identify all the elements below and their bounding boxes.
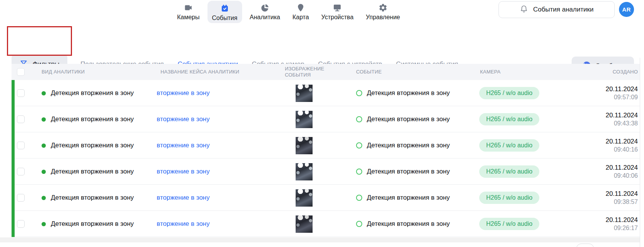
created-date: 20.11.2024 <box>547 164 638 172</box>
nav-label: События <box>212 15 238 22</box>
horizontal-scrollbar[interactable] <box>0 237 640 242</box>
event-thumbnail[interactable] <box>296 163 313 180</box>
table-body: Детекция вторжения в зону вторжение в зо… <box>12 80 640 237</box>
analytics-type-label: Детекция вторжения в зону <box>51 168 134 175</box>
camera-badge[interactable]: H265 / w/o audio <box>479 218 539 230</box>
analytics-events-table: ВИД АНАЛИТИКИ НАЗВАНИЕ КЕЙСА АНАЛИТИКИ И… <box>12 64 640 237</box>
event-status-ring <box>356 116 362 122</box>
analytics-type-status-dot <box>42 196 46 200</box>
column-header-analytics-type: ВИД АНАЛИТИКИ <box>38 69 157 75</box>
nav-label: Устройства <box>321 14 354 21</box>
nav-item-map[interactable]: Карта <box>288 0 314 21</box>
case-name-link[interactable]: вторжение в зону <box>157 168 210 175</box>
analytics-type-label: Детекция вторжения в зону <box>51 115 134 123</box>
column-header-case-name: НАЗВАНИЕ КЕЙСА АНАЛИТИКИ <box>157 69 271 75</box>
table-row[interactable]: Детекция вторжения в зону вторжение в зо… <box>12 185 640 211</box>
table-row[interactable]: Детекция вторжения в зону вторжение в зо… <box>12 211 640 237</box>
created-date: 20.11.2024 <box>547 111 638 120</box>
event-thumbnail[interactable] <box>296 189 313 207</box>
row-checkbox[interactable] <box>17 220 25 228</box>
created-date: 20.11.2024 <box>547 216 638 224</box>
created-time: 09:57:09 <box>547 93 638 102</box>
event-thumbnail[interactable] <box>296 111 313 128</box>
case-name-link[interactable]: вторжение в зону <box>157 89 210 97</box>
row-status-bar <box>12 211 15 237</box>
nav-item-management[interactable]: Управление <box>361 0 405 21</box>
event-status-ring <box>356 90 362 96</box>
nav-label: Аналитика <box>250 14 280 21</box>
event-label: Детекция вторжения в зону <box>367 220 450 228</box>
nav-item-analytics[interactable]: Аналитика <box>245 0 285 21</box>
camera-badge[interactable]: H265 / w/o audio <box>479 165 539 178</box>
table-row[interactable]: Детекция вторжения в зону вторжение в зо… <box>12 132 640 159</box>
monitor-icon <box>333 3 342 12</box>
row-checkbox[interactable] <box>17 168 25 175</box>
nav-item-events[interactable]: События <box>207 1 242 23</box>
row-status-bar <box>12 80 15 106</box>
table-row[interactable]: Детекция вторжения в зону вторжение в зо… <box>12 80 640 106</box>
created-time: 09:38:57 <box>547 198 638 206</box>
table-row[interactable]: Детекция вторжения в зону вторжение в зо… <box>12 159 640 185</box>
analytics-type-status-dot <box>42 170 46 174</box>
created-time: 09:26:17 <box>547 224 638 232</box>
analytics-type-label: Детекция вторжения в зону <box>51 220 134 228</box>
calendar-check-icon <box>220 4 229 13</box>
row-checkbox[interactable] <box>17 142 25 149</box>
pagination-button-partial[interactable] <box>576 244 594 247</box>
case-name-link[interactable]: вторжение в зону <box>157 142 210 149</box>
camera-badge[interactable]: H265 / w/o audio <box>479 87 539 99</box>
analytics-type-label: Детекция вторжения в зону <box>51 142 134 149</box>
camera-badge[interactable]: H265 / w/o audio <box>479 113 539 125</box>
row-checkbox[interactable] <box>17 194 25 202</box>
column-header-event-image: ИЗОБРАЖЕНИЕ СОБЫТИЯ <box>271 66 323 78</box>
events-toolbar: Фильтры Пользовательские события События… <box>0 24 644 57</box>
camera-badge[interactable]: H265 / w/o audio <box>479 139 539 152</box>
event-label: Детекция вторжения в зону <box>367 168 450 175</box>
analytics-type-status-dot <box>42 91 46 95</box>
top-navigation-bar: Камеры События Аналитика Ка <box>0 0 644 24</box>
nav-label: Управление <box>366 14 400 21</box>
analytics-type-label: Детекция вторжения в зону <box>51 194 134 202</box>
bell-icon <box>520 5 528 15</box>
event-label: Детекция вторжения в зону <box>367 194 450 202</box>
event-thumbnail[interactable] <box>296 137 313 154</box>
event-status-ring <box>356 142 362 149</box>
row-status-bar <box>12 185 15 211</box>
row-checkbox[interactable] <box>17 115 25 123</box>
column-header-event: СОБЫТИЕ <box>337 69 479 75</box>
event-status-ring <box>356 169 362 175</box>
event-thumbnail[interactable] <box>296 215 313 233</box>
nav-label: Камеры <box>177 14 200 21</box>
row-status-bar <box>12 159 15 185</box>
analytics-type-status-dot <box>42 222 46 226</box>
camera-icon <box>184 3 193 12</box>
nav-item-cameras[interactable]: Камеры <box>172 0 204 21</box>
nav-item-devices[interactable]: Устройства <box>317 0 358 21</box>
case-name-link[interactable]: вторжение в зону <box>157 194 210 201</box>
created-time: 09:40:06 <box>547 172 638 180</box>
analytics-events-notifications-button[interactable]: События аналитики <box>498 1 615 18</box>
analytics-type-status-dot <box>42 117 46 122</box>
table-row[interactable]: Детекция вторжения в зону вторжение в зо… <box>12 106 640 132</box>
camera-badge[interactable]: H265 / w/o audio <box>479 192 539 204</box>
row-status-bar <box>12 106 15 132</box>
event-thumbnail[interactable] <box>296 85 313 102</box>
analytics-type-label: Детекция вторжения в зону <box>51 89 134 97</box>
select-all-checkbox[interactable] <box>17 68 25 76</box>
row-status-bar <box>12 132 15 159</box>
created-time: 09:43:38 <box>547 120 638 128</box>
event-label: Детекция вторжения в зону <box>367 89 450 97</box>
table-header-row: ВИД АНАЛИТИКИ НАЗВАНИЕ КЕЙСА АНАЛИТИКИ И… <box>12 64 640 80</box>
case-name-link[interactable]: вторжение в зону <box>157 115 210 123</box>
user-avatar[interactable]: AR <box>619 2 634 17</box>
row-checkbox[interactable] <box>17 89 25 97</box>
map-pin-icon <box>296 3 305 12</box>
created-date: 20.11.2024 <box>547 190 638 198</box>
event-status-ring <box>356 221 362 227</box>
notifications-button-label: События аналитики <box>533 6 594 13</box>
pie-chart-icon <box>260 3 269 12</box>
nav-label: Карта <box>293 14 309 21</box>
created-date: 20.11.2024 <box>547 85 638 93</box>
case-name-link[interactable]: вторжение в зону <box>157 220 210 227</box>
created-time: 09:40:16 <box>547 146 638 154</box>
